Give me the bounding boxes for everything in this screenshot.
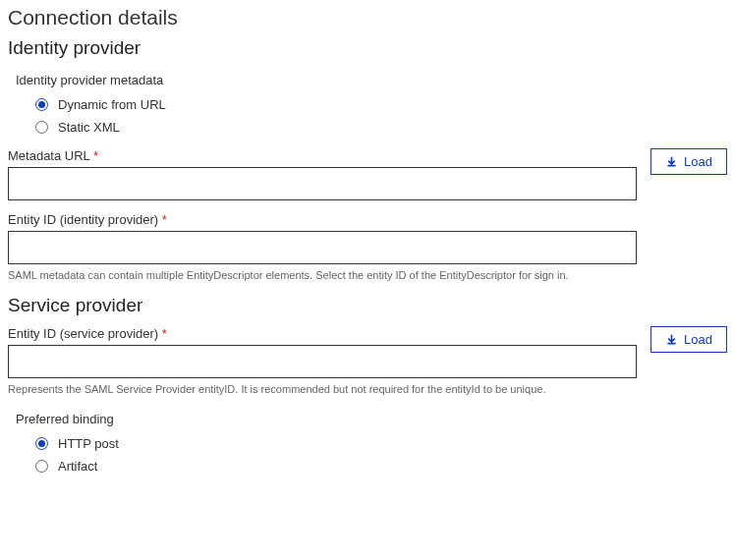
sp-entity-id-help: Represents the SAML Service Provider ent… [8,382,726,397]
metadata-url-label: Metadata URL * [8,148,637,163]
download-icon [665,155,678,168]
preferred-binding-radio-httppost[interactable] [35,437,48,450]
idp-metadata-option-static[interactable]: Static XML [35,120,726,135]
preferred-binding-radio-artifact[interactable] [35,460,48,473]
identity-provider-section-title: Identity provider [8,37,726,59]
page-title: Connection details [8,6,726,29]
idp-metadata-label-dynamic[interactable]: Dynamic from URL [58,97,166,112]
idp-metadata-radio-dynamic[interactable] [35,98,48,111]
preferred-binding-label: Preferred binding [16,412,726,426]
preferred-binding-option-httppost[interactable]: HTTP post [35,436,726,451]
required-mark: * [93,148,98,163]
idp-entity-id-label: Entity ID (identity provider) * [8,212,637,227]
download-icon [665,333,678,346]
preferred-binding-label-httppost[interactable]: HTTP post [58,436,119,451]
idp-metadata-option-dynamic[interactable]: Dynamic from URL [35,97,726,112]
sp-entity-id-input[interactable] [8,345,637,378]
preferred-binding-radio-group: HTTP post Artifact [35,436,726,474]
idp-metadata-radio-group: Dynamic from URL Static XML [35,97,726,135]
preferred-binding-label-artifact[interactable]: Artifact [58,459,97,474]
metadata-url-load-button[interactable]: Load [650,148,727,175]
idp-entity-id-field: Entity ID (identity provider) * SAML met… [8,212,726,283]
idp-metadata-label-static[interactable]: Static XML [58,120,120,135]
required-mark: * [162,212,167,227]
metadata-url-input[interactable] [8,167,637,200]
idp-metadata-group-label: Identity provider metadata [16,73,726,87]
service-provider-section-title: Service provider [8,295,726,316]
preferred-binding-option-artifact[interactable]: Artifact [35,459,726,474]
idp-metadata-radio-static[interactable] [35,121,48,134]
idp-entity-id-input[interactable] [8,231,637,264]
required-mark: * [162,326,167,341]
sp-entity-id-label: Entity ID (service provider) * [8,326,637,341]
preferred-binding-group: Preferred binding HTTP post Artifact [8,412,726,474]
sp-entity-id-load-button[interactable]: Load [650,326,727,353]
metadata-url-field: Metadata URL * Load [8,148,726,200]
idp-entity-id-help: SAML metadata can contain multiple Entit… [8,268,726,283]
sp-entity-id-field: Entity ID (service provider) * Load Repr… [8,326,726,397]
